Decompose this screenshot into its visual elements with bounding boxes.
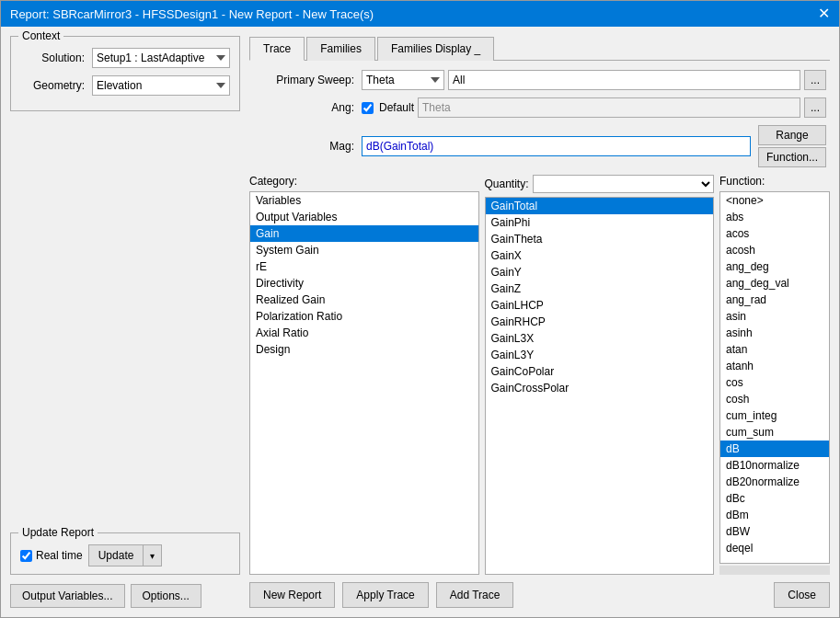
function-item[interactable]: asinh xyxy=(720,325,829,341)
function-list-wrapper: <none>absacosacoshang_degang_deg_valang_… xyxy=(719,191,830,564)
function-item[interactable]: cum_integ xyxy=(720,407,829,424)
add-trace-button[interactable]: Add Trace xyxy=(436,582,514,608)
tab-families[interactable]: Families xyxy=(306,37,375,61)
category-list[interactable]: VariablesOutput VariablesGainSystem Gain… xyxy=(249,191,479,575)
context-group-title: Context xyxy=(18,29,63,42)
function-label: Function: xyxy=(719,175,765,188)
update-row: Real time Update ▾ xyxy=(20,544,230,566)
quantity-list[interactable]: GainTotalGainPhiGainThetaGainXGainYGainZ… xyxy=(485,197,715,575)
function-item[interactable]: dBm xyxy=(720,507,829,523)
scrollbar-stub[interactable] xyxy=(719,566,830,575)
primary-sweep-select[interactable]: Theta xyxy=(362,70,444,90)
mag-input[interactable] xyxy=(362,136,751,156)
new-report-button[interactable]: New Report xyxy=(249,582,335,608)
function-item[interactable]: deqel xyxy=(720,540,829,556)
function-item[interactable]: atan xyxy=(720,341,829,358)
function-item[interactable]: <none> xyxy=(720,192,829,209)
quantity-item[interactable]: GainTheta xyxy=(486,231,714,247)
update-dropdown-icon[interactable]: ▾ xyxy=(144,544,162,566)
function-item[interactable]: dB20normalize xyxy=(720,474,829,490)
quantity-item[interactable]: GainCoPolar xyxy=(486,363,714,380)
category-item[interactable]: Gain xyxy=(250,225,478,242)
ang-ellipsis-button[interactable]: ... xyxy=(804,97,826,118)
tab-trace[interactable]: Trace xyxy=(249,37,305,61)
function-item[interactable]: ang_rad xyxy=(720,292,829,308)
category-column: Category: VariablesOutput VariablesGainS… xyxy=(249,175,479,575)
function-button[interactable]: Function... xyxy=(758,147,826,167)
function-item[interactable]: cos xyxy=(720,374,829,391)
window-content: Context Solution: Setup1 : LastAdaptive … xyxy=(1,27,839,617)
category-item[interactable]: Realized Gain xyxy=(250,292,478,308)
left-bottom-buttons: Output Variables... Options... xyxy=(10,575,240,608)
range-button[interactable]: Range xyxy=(758,125,826,145)
solution-row: Solution: Setup1 : LastAdaptive xyxy=(20,48,230,68)
sweep-ellipsis-button[interactable]: ... xyxy=(804,70,826,90)
category-item[interactable]: Variables xyxy=(250,192,478,209)
function-item[interactable]: abs xyxy=(720,209,829,225)
function-item[interactable]: cum_sum xyxy=(720,424,829,441)
quantity-item[interactable]: GainX xyxy=(486,247,714,264)
function-item[interactable]: ang_deg_val xyxy=(720,275,829,292)
category-item[interactable]: Directivity xyxy=(250,275,478,292)
window-title: Report: SBRcarMirror3 - HFSSDesign1 - Ne… xyxy=(10,7,374,21)
category-item[interactable]: Axial Ratio xyxy=(250,325,478,341)
quantity-item[interactable]: GainPhi xyxy=(486,214,714,231)
quantity-label: Quantity: xyxy=(485,177,529,190)
realtime-checkbox[interactable] xyxy=(20,550,32,562)
ang-label: Ang: xyxy=(253,101,354,114)
apply-trace-button[interactable]: Apply Trace xyxy=(342,582,428,608)
function-item[interactable]: dB10normalize xyxy=(720,457,829,474)
update-button[interactable]: Update xyxy=(88,544,144,566)
function-list[interactable]: <none>absacosacoshang_degang_deg_valang_… xyxy=(719,191,830,564)
lists-area: Category: VariablesOutput VariablesGainS… xyxy=(249,175,830,575)
primary-sweep-label: Primary Sweep: xyxy=(253,74,354,86)
category-item[interactable]: Output Variables xyxy=(250,209,478,225)
quantity-item[interactable]: GainZ xyxy=(486,280,714,297)
trace-form: Primary Sweep: Theta ... Ang: Default xyxy=(249,70,830,175)
category-item[interactable]: Design xyxy=(250,341,478,358)
main-window: Report: SBRcarMirror3 - HFSSDesign1 - Ne… xyxy=(0,0,840,618)
mag-row: Mag: Range Function... xyxy=(253,125,826,167)
close-icon[interactable]: ✕ xyxy=(818,6,830,21)
tab-families-display[interactable]: Families Display _ xyxy=(377,37,494,61)
function-item[interactable]: acosh xyxy=(720,242,829,258)
left-panel: Context Solution: Setup1 : LastAdaptive … xyxy=(1,27,249,617)
function-item[interactable]: acos xyxy=(720,225,829,242)
right-bottom-right: Close xyxy=(774,582,830,608)
function-item[interactable]: dB xyxy=(720,441,829,457)
quantity-item[interactable]: GainL3Y xyxy=(486,347,714,363)
quantity-item[interactable]: GainL3X xyxy=(486,330,714,347)
sweep-all-input[interactable] xyxy=(448,70,800,90)
range-func-buttons: Range Function... xyxy=(758,125,826,167)
close-button[interactable]: Close xyxy=(774,582,830,608)
function-item[interactable]: dBc xyxy=(720,490,829,507)
ang-default-label: Default xyxy=(379,101,414,114)
category-item[interactable]: rE xyxy=(250,258,478,275)
function-header: Function: xyxy=(719,175,830,188)
function-item[interactable]: asin xyxy=(720,308,829,325)
quantity-header: Quantity: xyxy=(485,175,715,193)
quantity-item[interactable]: GainRHCP xyxy=(486,314,714,330)
options-button[interactable]: Options... xyxy=(131,584,201,608)
quantity-item[interactable]: GainTotal xyxy=(486,198,714,214)
quantity-item[interactable]: GainY xyxy=(486,264,714,280)
realtime-label: Real time xyxy=(36,549,83,562)
function-item[interactable]: dBW xyxy=(720,523,829,540)
title-bar: Report: SBRcarMirror3 - HFSSDesign1 - Ne… xyxy=(1,1,839,27)
realtime-checkbox-label[interactable]: Real time xyxy=(20,549,83,562)
function-item[interactable]: atanh xyxy=(720,358,829,374)
function-item[interactable]: ang_deg xyxy=(720,258,829,275)
quantity-select[interactable] xyxy=(533,175,714,193)
category-item[interactable]: Polarization Ratio xyxy=(250,308,478,325)
geometry-select[interactable]: Elevation xyxy=(92,75,230,96)
mag-controls: Range Function... xyxy=(362,125,826,167)
solution-select[interactable]: Setup1 : LastAdaptive xyxy=(92,48,230,68)
output-variables-button[interactable]: Output Variables... xyxy=(10,584,125,608)
category-item[interactable]: System Gain xyxy=(250,242,478,258)
quantity-item[interactable]: GainCrossPolar xyxy=(486,380,714,396)
category-label: Category: xyxy=(249,175,297,188)
ang-default-checkbox[interactable] xyxy=(362,102,374,114)
right-panel: Trace Families Families Display _ Primar… xyxy=(249,27,839,617)
quantity-item[interactable]: GainLHCP xyxy=(486,297,714,314)
function-item[interactable]: cosh xyxy=(720,391,829,407)
